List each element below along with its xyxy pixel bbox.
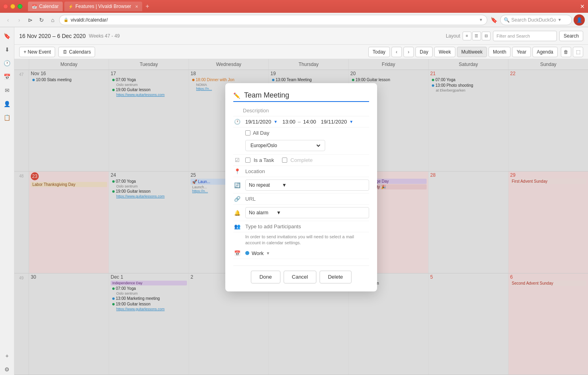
timezone-row: Europe/Oslo bbox=[233, 138, 369, 155]
bookmark-icon[interactable]: 🔖 bbox=[489, 15, 499, 25]
repeat-label: No repeat bbox=[249, 182, 270, 188]
sidebar-item-contacts[interactable]: 👤 bbox=[2, 98, 13, 110]
is-task-label: Is a Task bbox=[254, 157, 274, 163]
calendars-button[interactable]: 🗓 Calendars bbox=[58, 47, 95, 57]
alarm-icon: 🔔 bbox=[233, 210, 241, 216]
close-window-button[interactable]: ✕ bbox=[580, 3, 585, 10]
skip-button[interactable]: ⊳ bbox=[26, 15, 35, 25]
datetime-row: 🕐 19/11/2020 ▼ 13:00 – 14:00 19/11/2020 … bbox=[233, 116, 369, 128]
alarm-content: No alarm ▼ bbox=[245, 207, 369, 218]
address-dropdown-icon[interactable]: ▼ bbox=[479, 18, 483, 22]
calendar-select[interactable]: Work ▼ bbox=[245, 250, 369, 256]
sidebar-item-notes[interactable]: 📋 bbox=[2, 112, 13, 123]
day-view-button[interactable]: Day bbox=[415, 47, 433, 57]
agenda-view-button[interactable]: Agenda bbox=[532, 47, 558, 57]
date-start-value[interactable]: 19/11/2020 bbox=[245, 119, 271, 125]
layout-icon-2[interactable]: ☰ bbox=[472, 32, 481, 40]
week-view-button[interactable]: Week bbox=[434, 47, 455, 57]
minimize-button[interactable] bbox=[10, 4, 15, 9]
date-range: 16 Nov 2020 – 6 Dec 2020 bbox=[19, 33, 86, 39]
layout-icon-1[interactable]: ≡ bbox=[463, 32, 471, 40]
clock-icon: 🕐 bbox=[233, 119, 241, 125]
time-end-value[interactable]: 14:00 bbox=[303, 119, 316, 125]
left-sidebar: 🔖 ⬇ 🕐 📅 ✉ 👤 📋 + ⚙ bbox=[0, 27, 14, 375]
allday-checkbox[interactable] bbox=[245, 130, 250, 136]
time-range-sep: – bbox=[298, 119, 301, 125]
description-placeholder[interactable]: Description bbox=[243, 108, 269, 114]
task-row: ☑ Is a Task Complete bbox=[233, 155, 369, 166]
prev-period-button[interactable]: ‹ bbox=[391, 47, 402, 57]
calendars-label: 🗓 Calendars bbox=[63, 49, 91, 55]
traffic-lights bbox=[3, 4, 22, 9]
date-end-dropdown[interactable]: ▼ bbox=[349, 120, 353, 124]
refresh-button[interactable]: ↻ bbox=[37, 15, 46, 25]
calendar-tab-icon: 📅 bbox=[32, 4, 37, 9]
today-button[interactable]: Today bbox=[368, 47, 390, 57]
close-tab-icon[interactable]: ✕ bbox=[135, 4, 138, 9]
calendar-grid: Monday Tuesday Wednesday Thursday Friday… bbox=[14, 59, 588, 375]
tab-features[interactable]: ⚡ Features | Vivaldi Browser ✕ bbox=[64, 2, 143, 11]
second-toolbar: + New Event 🗓 Calendars Today ‹ › Day We… bbox=[14, 45, 588, 59]
calendar-area: 16 Nov 2020 – 6 Dec 2020 Weeks 47 - 49 L… bbox=[14, 27, 588, 375]
view-buttons: Today ‹ › Day Week Multiweek Month Year … bbox=[368, 47, 558, 57]
sidebar-item-mail[interactable]: ✉ bbox=[2, 85, 13, 96]
delete-button[interactable]: Delete bbox=[320, 271, 352, 283]
back-button[interactable]: ‹ bbox=[3, 15, 13, 25]
sidebar-item-download[interactable]: ⬇ bbox=[2, 44, 13, 55]
time-start-value[interactable]: 13:00 bbox=[282, 119, 296, 125]
location-icon: 📍 bbox=[233, 168, 241, 174]
new-event-button[interactable]: + New Event bbox=[19, 47, 55, 57]
home-button[interactable]: ⌂ bbox=[48, 15, 58, 25]
delete-icon-button[interactable]: 🗑 bbox=[561, 47, 571, 57]
timezone-select[interactable]: Europe/Oslo bbox=[245, 140, 325, 151]
allday-row: All Day bbox=[233, 128, 369, 138]
alarm-select[interactable]: No alarm ▼ bbox=[245, 207, 369, 218]
layout-icon-3[interactable]: ⊟ bbox=[482, 32, 491, 40]
date-start-dropdown[interactable]: ▼ bbox=[274, 120, 278, 124]
nav-bar: ‹ › ⊳ ↻ ⌂ 🔒 vivaldi://calendar/ ▼ 🔖 🔍 Se… bbox=[0, 13, 588, 27]
timezone-select-input[interactable]: Europe/Oslo bbox=[249, 142, 322, 149]
complete-label: Complete bbox=[290, 157, 313, 163]
is-task-checkbox[interactable] bbox=[245, 158, 250, 163]
browser-search-bar[interactable]: 🔍 Search DuckDuckGo ▼ bbox=[500, 15, 572, 25]
search-icon: 🔍 bbox=[504, 17, 510, 23]
tab-calendar[interactable]: 📅 Calendar bbox=[28, 2, 63, 11]
repeat-row: 🔄 No repeat ▼ bbox=[233, 177, 369, 193]
date-end-value[interactable]: 19/11/2020 bbox=[321, 119, 347, 125]
location-input[interactable] bbox=[245, 168, 369, 174]
next-period-button[interactable]: › bbox=[403, 47, 414, 57]
complete-checkbox[interactable] bbox=[282, 158, 287, 163]
filter-search-input[interactable]: Filter and Search bbox=[493, 31, 557, 41]
url-input[interactable] bbox=[245, 196, 369, 202]
close-button[interactable] bbox=[3, 4, 8, 9]
sidebar-item-add[interactable]: + bbox=[2, 350, 13, 361]
participants-row: 👥 bbox=[233, 221, 369, 232]
event-title-input[interactable] bbox=[244, 91, 369, 100]
participants-content bbox=[245, 223, 369, 229]
sidebar-item-bookmark[interactable]: 🔖 bbox=[2, 30, 13, 42]
sidebar-item-history[interactable]: 🕐 bbox=[2, 58, 13, 69]
address-bar[interactable]: 🔒 vivaldi://calendar/ ▼ bbox=[59, 15, 487, 25]
calendar-color-dot bbox=[245, 251, 249, 255]
multiweek-view-button[interactable]: Multiweek bbox=[457, 47, 487, 57]
weeks-label: Weeks 47 - 49 bbox=[89, 33, 120, 39]
cancel-button[interactable]: Cancel bbox=[284, 271, 316, 283]
year-view-button[interactable]: Year bbox=[512, 47, 530, 57]
repeat-select[interactable]: No repeat ▼ bbox=[245, 180, 369, 191]
search-button[interactable]: Search bbox=[559, 31, 583, 41]
profile-avatar[interactable]: 👤 bbox=[574, 14, 585, 26]
tab-calendar-label: Calendar bbox=[39, 4, 59, 9]
sidebar-item-calendar[interactable]: 📅 bbox=[2, 71, 13, 82]
location-row: 📍 bbox=[233, 166, 369, 177]
month-view-button[interactable]: Month bbox=[489, 47, 511, 57]
toolbar-right: Layout ≡ ☰ ⊟ Filter and Search Search bbox=[446, 31, 583, 41]
done-button[interactable]: Done bbox=[251, 271, 280, 283]
new-tab-button[interactable]: + bbox=[144, 3, 151, 10]
participants-input[interactable] bbox=[245, 223, 369, 229]
calendar-select-content: Work ▼ bbox=[245, 250, 369, 256]
sidebar-item-settings[interactable]: ⚙ bbox=[2, 364, 13, 375]
maximize-button[interactable] bbox=[18, 4, 22, 9]
print-icon-button[interactable]: ⬚ bbox=[573, 47, 583, 57]
alarm-row: 🔔 No alarm ▼ bbox=[233, 205, 369, 221]
forward-button[interactable]: › bbox=[14, 15, 24, 25]
